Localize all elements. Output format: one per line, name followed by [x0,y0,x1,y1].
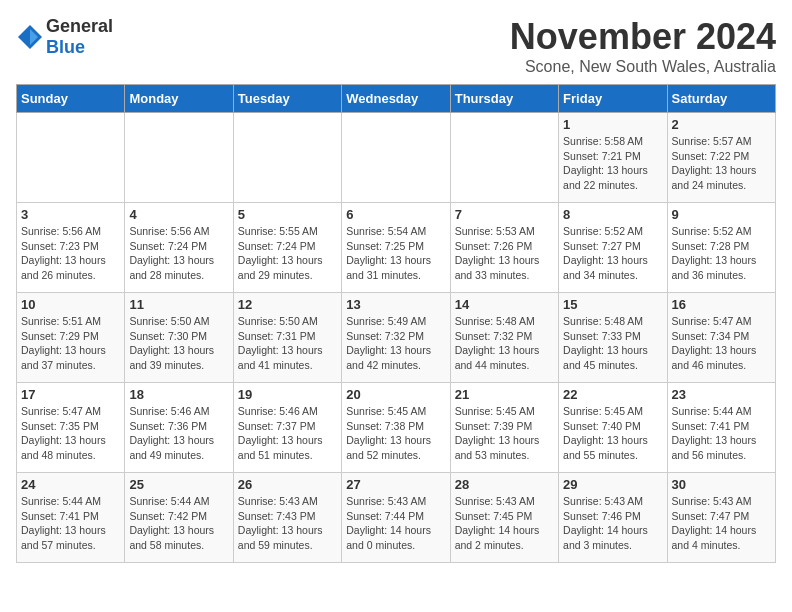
day-number: 14 [455,297,554,312]
calendar-cell [233,113,341,203]
weekday-header-sunday: Sunday [17,85,125,113]
calendar-cell: 9Sunrise: 5:52 AM Sunset: 7:28 PM Daylig… [667,203,775,293]
day-number: 16 [672,297,771,312]
day-number: 4 [129,207,228,222]
day-info: Sunrise: 5:58 AM Sunset: 7:21 PM Dayligh… [563,134,662,193]
day-number: 19 [238,387,337,402]
calendar-week-row: 10Sunrise: 5:51 AM Sunset: 7:29 PM Dayli… [17,293,776,383]
day-info: Sunrise: 5:55 AM Sunset: 7:24 PM Dayligh… [238,224,337,283]
day-number: 1 [563,117,662,132]
calendar-cell: 28Sunrise: 5:43 AM Sunset: 7:45 PM Dayli… [450,473,558,563]
weekday-header-wednesday: Wednesday [342,85,450,113]
calendar-cell: 18Sunrise: 5:46 AM Sunset: 7:36 PM Dayli… [125,383,233,473]
day-info: Sunrise: 5:52 AM Sunset: 7:28 PM Dayligh… [672,224,771,283]
calendar-cell: 23Sunrise: 5:44 AM Sunset: 7:41 PM Dayli… [667,383,775,473]
calendar-cell: 10Sunrise: 5:51 AM Sunset: 7:29 PM Dayli… [17,293,125,383]
day-info: Sunrise: 5:44 AM Sunset: 7:42 PM Dayligh… [129,494,228,553]
day-number: 12 [238,297,337,312]
day-info: Sunrise: 5:48 AM Sunset: 7:33 PM Dayligh… [563,314,662,373]
day-info: Sunrise: 5:56 AM Sunset: 7:23 PM Dayligh… [21,224,120,283]
weekday-header-monday: Monday [125,85,233,113]
calendar-cell: 19Sunrise: 5:46 AM Sunset: 7:37 PM Dayli… [233,383,341,473]
day-info: Sunrise: 5:47 AM Sunset: 7:34 PM Dayligh… [672,314,771,373]
day-number: 10 [21,297,120,312]
day-info: Sunrise: 5:43 AM Sunset: 7:46 PM Dayligh… [563,494,662,553]
day-number: 29 [563,477,662,492]
day-info: Sunrise: 5:45 AM Sunset: 7:39 PM Dayligh… [455,404,554,463]
calendar-cell: 29Sunrise: 5:43 AM Sunset: 7:46 PM Dayli… [559,473,667,563]
location-title: Scone, New South Wales, Australia [510,58,776,76]
calendar-cell: 2Sunrise: 5:57 AM Sunset: 7:22 PM Daylig… [667,113,775,203]
calendar-cell: 27Sunrise: 5:43 AM Sunset: 7:44 PM Dayli… [342,473,450,563]
day-number: 15 [563,297,662,312]
day-info: Sunrise: 5:48 AM Sunset: 7:32 PM Dayligh… [455,314,554,373]
logo: General Blue [16,16,113,58]
day-number: 27 [346,477,445,492]
calendar-cell: 24Sunrise: 5:44 AM Sunset: 7:41 PM Dayli… [17,473,125,563]
day-number: 7 [455,207,554,222]
day-number: 28 [455,477,554,492]
day-info: Sunrise: 5:50 AM Sunset: 7:30 PM Dayligh… [129,314,228,373]
calendar-cell: 26Sunrise: 5:43 AM Sunset: 7:43 PM Dayli… [233,473,341,563]
calendar-cell [125,113,233,203]
day-number: 25 [129,477,228,492]
calendar-week-row: 1Sunrise: 5:58 AM Sunset: 7:21 PM Daylig… [17,113,776,203]
calendar-cell: 8Sunrise: 5:52 AM Sunset: 7:27 PM Daylig… [559,203,667,293]
calendar-cell: 14Sunrise: 5:48 AM Sunset: 7:32 PM Dayli… [450,293,558,383]
day-number: 3 [21,207,120,222]
day-info: Sunrise: 5:53 AM Sunset: 7:26 PM Dayligh… [455,224,554,283]
day-number: 2 [672,117,771,132]
logo-text-blue: Blue [46,37,85,57]
day-number: 11 [129,297,228,312]
calendar-week-row: 24Sunrise: 5:44 AM Sunset: 7:41 PM Dayli… [17,473,776,563]
day-info: Sunrise: 5:43 AM Sunset: 7:47 PM Dayligh… [672,494,771,553]
day-info: Sunrise: 5:56 AM Sunset: 7:24 PM Dayligh… [129,224,228,283]
weekday-header-tuesday: Tuesday [233,85,341,113]
calendar-cell: 7Sunrise: 5:53 AM Sunset: 7:26 PM Daylig… [450,203,558,293]
day-info: Sunrise: 5:49 AM Sunset: 7:32 PM Dayligh… [346,314,445,373]
day-number: 26 [238,477,337,492]
calendar-cell: 3Sunrise: 5:56 AM Sunset: 7:23 PM Daylig… [17,203,125,293]
day-number: 5 [238,207,337,222]
weekday-header-thursday: Thursday [450,85,558,113]
day-number: 22 [563,387,662,402]
weekday-header-row: SundayMondayTuesdayWednesdayThursdayFrid… [17,85,776,113]
day-number: 21 [455,387,554,402]
calendar-cell: 17Sunrise: 5:47 AM Sunset: 7:35 PM Dayli… [17,383,125,473]
day-number: 30 [672,477,771,492]
day-info: Sunrise: 5:43 AM Sunset: 7:43 PM Dayligh… [238,494,337,553]
day-info: Sunrise: 5:46 AM Sunset: 7:36 PM Dayligh… [129,404,228,463]
day-number: 23 [672,387,771,402]
day-info: Sunrise: 5:43 AM Sunset: 7:45 PM Dayligh… [455,494,554,553]
day-info: Sunrise: 5:45 AM Sunset: 7:38 PM Dayligh… [346,404,445,463]
calendar-cell: 20Sunrise: 5:45 AM Sunset: 7:38 PM Dayli… [342,383,450,473]
day-number: 9 [672,207,771,222]
calendar-cell [450,113,558,203]
calendar-cell [342,113,450,203]
calendar-cell: 12Sunrise: 5:50 AM Sunset: 7:31 PM Dayli… [233,293,341,383]
day-number: 6 [346,207,445,222]
day-number: 20 [346,387,445,402]
calendar-table: SundayMondayTuesdayWednesdayThursdayFrid… [16,84,776,563]
calendar-cell: 1Sunrise: 5:58 AM Sunset: 7:21 PM Daylig… [559,113,667,203]
day-info: Sunrise: 5:45 AM Sunset: 7:40 PM Dayligh… [563,404,662,463]
calendar-cell: 4Sunrise: 5:56 AM Sunset: 7:24 PM Daylig… [125,203,233,293]
calendar-cell: 6Sunrise: 5:54 AM Sunset: 7:25 PM Daylig… [342,203,450,293]
calendar-cell: 13Sunrise: 5:49 AM Sunset: 7:32 PM Dayli… [342,293,450,383]
calendar-cell: 11Sunrise: 5:50 AM Sunset: 7:30 PM Dayli… [125,293,233,383]
day-number: 24 [21,477,120,492]
calendar-week-row: 17Sunrise: 5:47 AM Sunset: 7:35 PM Dayli… [17,383,776,473]
calendar-body: 1Sunrise: 5:58 AM Sunset: 7:21 PM Daylig… [17,113,776,563]
day-info: Sunrise: 5:52 AM Sunset: 7:27 PM Dayligh… [563,224,662,283]
day-info: Sunrise: 5:57 AM Sunset: 7:22 PM Dayligh… [672,134,771,193]
day-info: Sunrise: 5:54 AM Sunset: 7:25 PM Dayligh… [346,224,445,283]
calendar-week-row: 3Sunrise: 5:56 AM Sunset: 7:23 PM Daylig… [17,203,776,293]
day-info: Sunrise: 5:46 AM Sunset: 7:37 PM Dayligh… [238,404,337,463]
month-title: November 2024 [510,16,776,58]
page-header: General Blue November 2024 Scone, New So… [16,16,776,76]
weekday-header-saturday: Saturday [667,85,775,113]
calendar-cell: 15Sunrise: 5:48 AM Sunset: 7:33 PM Dayli… [559,293,667,383]
day-info: Sunrise: 5:47 AM Sunset: 7:35 PM Dayligh… [21,404,120,463]
calendar-cell [17,113,125,203]
calendar-cell: 25Sunrise: 5:44 AM Sunset: 7:42 PM Dayli… [125,473,233,563]
